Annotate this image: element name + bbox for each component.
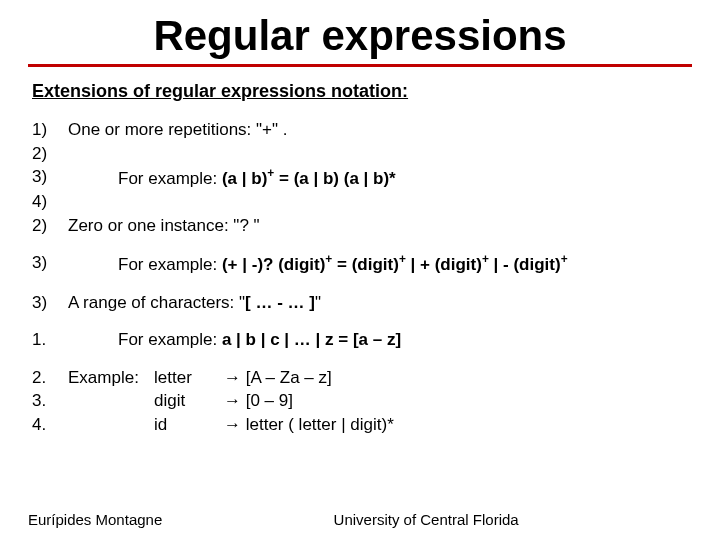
text: Zero or one instance: "? " bbox=[68, 216, 692, 236]
label: For example: bbox=[118, 330, 222, 349]
rhs: → [0 – 9] bbox=[224, 391, 692, 411]
text: One or more repetitions: "+" . bbox=[68, 120, 692, 140]
line-11: 4. id → letter ( letter | digit)* bbox=[32, 415, 692, 435]
line-5: 2) Zero or one instance: "? " bbox=[32, 216, 692, 236]
footer-author: Eurípides Montagne bbox=[28, 511, 294, 528]
expr: (+ | -)? (digit)+ = (digit)+ | + (digit)… bbox=[222, 255, 568, 274]
marker: 3) bbox=[32, 167, 68, 188]
label: For example: bbox=[118, 255, 222, 274]
footer-affiliation: University of Central Florida bbox=[294, 511, 692, 528]
expr: a | b | c | … | z = [a – z] bbox=[222, 330, 401, 349]
lhs: letter bbox=[154, 368, 224, 388]
marker: 3. bbox=[32, 391, 68, 411]
line-10: 3. digit → [0 – 9] bbox=[32, 391, 692, 411]
rhs: → letter ( letter | digit)* bbox=[224, 415, 692, 435]
line-4: 4) bbox=[32, 192, 692, 212]
slide-footer: Eurípides Montagne University of Central… bbox=[28, 511, 692, 528]
marker: 4. bbox=[32, 415, 68, 435]
text: A range of characters: "[ … - … ]" bbox=[68, 293, 692, 313]
slide-body: 1) One or more repetitions: "+" . 2) 3) … bbox=[32, 120, 692, 434]
title-underline bbox=[28, 64, 692, 67]
marker: 1. bbox=[32, 330, 68, 350]
line-8: 1. For example: a | b | c | … | z = [a –… bbox=[32, 330, 692, 350]
label: For example: bbox=[118, 169, 222, 188]
marker: 3) bbox=[32, 253, 68, 274]
rhs: → [A – Za – z] bbox=[224, 368, 692, 388]
line-3: 3) For example: (a | b)+ = (a | b) (a | … bbox=[32, 167, 692, 188]
line-2: 2) bbox=[32, 144, 692, 164]
subheading: Extensions of regular expressions notati… bbox=[32, 81, 692, 102]
lhs: digit bbox=[154, 391, 224, 411]
marker: 2) bbox=[32, 144, 68, 164]
example-label: Example: bbox=[68, 368, 154, 388]
line-6: 3) For example: (+ | -)? (digit)+ = (dig… bbox=[32, 253, 692, 274]
line-7: 3) A range of characters: "[ … - … ]" bbox=[32, 293, 692, 313]
marker: 2. bbox=[32, 368, 68, 388]
line-1: 1) One or more repetitions: "+" . bbox=[32, 120, 692, 140]
line-9: 2. Example: letter → [A – Za – z] bbox=[32, 368, 692, 388]
expr: (a | b)+ = (a | b) (a | b)* bbox=[222, 169, 396, 188]
marker: 4) bbox=[32, 192, 68, 212]
lhs: id bbox=[154, 415, 224, 435]
slide-title: Regular expressions bbox=[28, 12, 692, 60]
marker: 2) bbox=[32, 216, 68, 236]
marker: 3) bbox=[32, 293, 68, 313]
marker: 1) bbox=[32, 120, 68, 140]
